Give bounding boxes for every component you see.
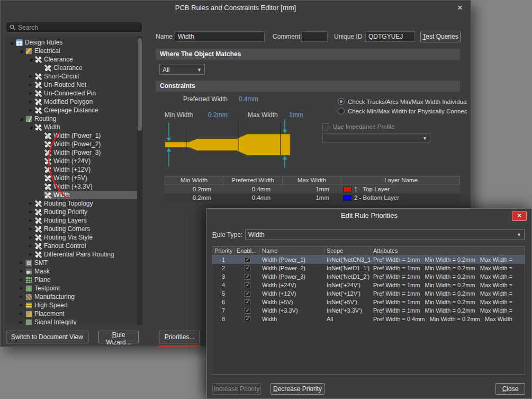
- tree-item-creepage-distance[interactable]: Creepage Distance: [6, 106, 142, 114]
- tree-item-routing-layers[interactable]: Routing Layers: [6, 216, 142, 225]
- tree-item-signal-integrity[interactable]: Signal Integrity: [6, 318, 142, 325]
- rule-type-dropdown[interactable]: Width ▼: [245, 229, 525, 240]
- tree-item-clearance-type[interactable]: Clearance: [6, 55, 142, 64]
- col-attributes[interactable]: Attributes: [371, 247, 525, 255]
- search-input[interactable]: [18, 24, 139, 31]
- decrease-priority-button[interactable]: Decrease Priority: [270, 383, 324, 395]
- tree-item-un-connected-pin[interactable]: Un-Connected Pin: [6, 89, 142, 97]
- close-icon[interactable]: ×: [512, 211, 527, 221]
- tree-item-width-power-2[interactable]: Width (Power_2): [6, 140, 142, 148]
- expander-icon[interactable]: [27, 227, 34, 231]
- expander-icon[interactable]: [27, 125, 34, 130]
- layer-row-top[interactable]: 0.2mm 0.4mm 1mm 1 - Top Layer: [165, 185, 460, 193]
- expander-icon[interactable]: [27, 57, 34, 62]
- tree-item-width-power-3[interactable]: Width (Power_3): [6, 148, 142, 157]
- expander-icon[interactable]: [27, 218, 34, 223]
- tree-item-design-rules[interactable]: Design Rules: [6, 38, 142, 47]
- expander-icon[interactable]: [17, 312, 25, 316]
- tree-scrollbar[interactable]: [137, 37, 142, 325]
- tree-item-routing-priority[interactable]: Routing Priority: [6, 208, 142, 216]
- enabled-checkbox[interactable]: [245, 299, 250, 305]
- expander-icon[interactable]: [17, 261, 25, 265]
- expander-icon[interactable]: [17, 269, 25, 273]
- priorities-dialog-titlebar[interactable]: Edit Rule Priorities: [207, 209, 531, 223]
- enabled-checkbox[interactable]: [245, 274, 250, 280]
- tree-scrollbar-thumb[interactable]: [138, 38, 142, 131]
- expander-icon[interactable]: [17, 295, 25, 299]
- tree-item-plane[interactable]: Plane: [6, 276, 142, 284]
- close-button[interactable]: Close: [495, 383, 525, 395]
- enabled-checkbox[interactable]: [245, 282, 250, 288]
- expander-icon[interactable]: [27, 91, 34, 95]
- priority-row-5[interactable]: 5Width (+12V)InNet('+12V')Pref Width = 1…: [212, 289, 525, 298]
- expander-icon[interactable]: [17, 320, 25, 324]
- tree-item-fanout-control[interactable]: Fanout Control: [6, 242, 142, 250]
- col-scope[interactable]: Scope: [324, 247, 371, 255]
- enabled-checkbox[interactable]: [245, 265, 250, 271]
- col-layer-name[interactable]: Layer Name: [341, 176, 461, 184]
- expander-icon[interactable]: [17, 117, 25, 121]
- priority-row-3[interactable]: 3Width (Power_3)InNet('NetD1_2')Pref Wid…: [212, 272, 525, 281]
- enabled-checkbox[interactable]: [245, 308, 250, 314]
- tree-item-electrical[interactable]: Electrical: [6, 47, 142, 55]
- enabled-checkbox[interactable]: [245, 316, 250, 322]
- close-icon[interactable]: ×: [455, 3, 465, 13]
- radio-check-connected[interactable]: [338, 108, 345, 114]
- priorities-button[interactable]: Priorities...: [159, 331, 200, 343]
- tree-item-routing-corners[interactable]: Routing Corners: [6, 225, 142, 233]
- expander-icon[interactable]: [27, 201, 34, 206]
- expander-icon[interactable]: [27, 74, 34, 78]
- tree-item-width-type[interactable]: Width: [6, 123, 142, 131]
- unique-id-input[interactable]: [365, 31, 415, 42]
- tree-item-testpoint[interactable]: Testpoint: [6, 284, 142, 292]
- priority-row-7[interactable]: 7Width (+3.3V)InNet('+3.3V')Pref Width =…: [212, 306, 525, 315]
- expander-icon[interactable]: [17, 49, 25, 54]
- tree-item-width-3v3[interactable]: Width (+3.3V): [6, 182, 142, 191]
- impedance-profile-dropdown[interactable]: ▼: [322, 133, 430, 143]
- tree-item-width-24v[interactable]: Width (+24V): [6, 157, 142, 165]
- priority-row-1[interactable]: 1Width (Power_1)InNet('NetCN3_1')Pref Wi…: [212, 255, 525, 264]
- tree-item-high-speed[interactable]: High Speed: [6, 301, 142, 309]
- tree-item-width-12v[interactable]: Width (+12V): [6, 165, 142, 174]
- priority-row-4[interactable]: 4Width (+24V)InNet('+24V')Pref Width = 1…: [212, 281, 525, 289]
- tree-item-width-5v[interactable]: Width (+5V): [6, 174, 142, 182]
- tree-item-routing-topology[interactable]: Routing Topology: [6, 199, 142, 208]
- comment-input[interactable]: [301, 31, 328, 42]
- enabled-checkbox[interactable]: [245, 257, 250, 263]
- col-priority[interactable]: Priority: [212, 247, 235, 255]
- col-min-width[interactable]: Min Width: [165, 176, 223, 184]
- tree-item-short-circuit[interactable]: Short-Circuit: [6, 72, 142, 81]
- radio-check-individually[interactable]: [338, 98, 345, 105]
- expander-icon[interactable]: [17, 286, 25, 290]
- expander-icon[interactable]: [27, 100, 34, 104]
- enabled-checkbox[interactable]: [245, 291, 250, 297]
- tree-item-manufacturing[interactable]: Manufacturing: [6, 292, 142, 301]
- scope-dropdown[interactable]: All ▼: [159, 65, 205, 75]
- preferred-width-value[interactable]: 0.4mm: [239, 94, 258, 104]
- tree-item-mask[interactable]: Mask: [6, 267, 142, 276]
- priority-row-6[interactable]: 6Width (+5V)InNet('+5V')Pref Width = 1mm…: [212, 298, 525, 306]
- test-queries-button[interactable]: Test Queries: [420, 31, 461, 42]
- search-box[interactable]: [6, 22, 142, 33]
- col-preferred-width[interactable]: Preferred Width: [223, 176, 283, 184]
- layer-row-bottom[interactable]: 0.2mm 0.4mm 1mm 2 - Bottom Layer: [165, 193, 460, 202]
- tree-item-width-power-1[interactable]: Width (Power_1): [6, 131, 142, 140]
- expander-icon[interactable]: [8, 40, 15, 45]
- switch-to-document-view-button[interactable]: Switch to Document View: [6, 331, 88, 343]
- priority-row-8[interactable]: 8WidthAllPref Width = 0.4mm Min Width = …: [212, 315, 525, 323]
- tree-item-placement[interactable]: Placement: [6, 309, 142, 318]
- tree-item-smt[interactable]: SMT: [6, 259, 142, 267]
- col-max-width[interactable]: Max Width: [283, 176, 341, 184]
- tree-item-routing[interactable]: Routing: [6, 114, 142, 123]
- expander-icon[interactable]: [27, 108, 34, 112]
- tree-item-un-routed-net[interactable]: Un-Routed Net: [6, 81, 142, 89]
- priority-row-2[interactable]: 2Width (Power_2)InNet('NetD1_1')Pref Wid…: [212, 264, 525, 272]
- use-impedance-profile-checkbox[interactable]: [322, 123, 329, 130]
- expander-icon[interactable]: [17, 278, 25, 282]
- expander-icon[interactable]: [27, 83, 34, 87]
- tree-item-differential-pairs-routing[interactable]: Differential Pairs Routing: [6, 250, 142, 259]
- expander-icon[interactable]: [17, 303, 25, 307]
- name-input[interactable]: [175, 31, 265, 42]
- tree-item-clearance[interactable]: Clearance: [6, 64, 142, 72]
- col-name[interactable]: Name: [260, 247, 324, 255]
